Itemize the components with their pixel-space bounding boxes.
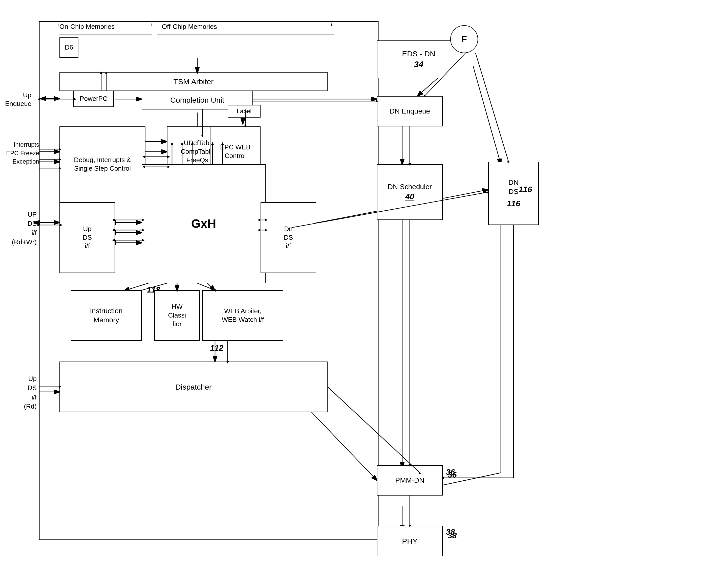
- dn-ds-label: DNDS: [509, 178, 519, 196]
- circle-f: F: [450, 25, 478, 53]
- dn-enqueue-box: DN Enqueue: [377, 96, 443, 127]
- num-36: 36: [448, 470, 457, 480]
- dn-ds-box: DNDS 116: [488, 162, 539, 225]
- dn-scheduler-label: DN Scheduler: [388, 182, 432, 191]
- instruction-memory: InstructionMemory: [71, 290, 142, 341]
- up-ds-if-left-label: UPDSi/f(Rd+Wr): [1, 210, 37, 247]
- num-116-label: 116: [507, 198, 520, 209]
- dispatcher: Dispatcher: [59, 362, 328, 412]
- num-40: 40: [405, 191, 414, 202]
- web-arbiter: WEB Arbiter,WEB Watch i/f: [202, 290, 283, 341]
- up-enqueue-label: UpEnqueue: [5, 91, 31, 108]
- gxh-box: GxH: [142, 164, 266, 283]
- num-38: 38: [448, 531, 457, 540]
- off-chip-brace: [157, 22, 334, 30]
- powerpc: PowerPC: [73, 90, 114, 107]
- dn-scheduler-box: DN Scheduler 40: [377, 164, 443, 220]
- svg-line-75: [197, 283, 215, 290]
- phy-box: PHY: [377, 526, 443, 556]
- up-ds-if-bottom-label: UpDSi/f(Rd): [1, 374, 37, 411]
- mem-D6: D6: [59, 37, 78, 58]
- tsm-arbiter: TSM Arbiter: [59, 72, 328, 91]
- interrupts-label: InterruptsEPC FreezeException: [1, 140, 39, 166]
- eds-dn-box: EDS - DN 34: [377, 40, 460, 78]
- svg-line-107: [328, 387, 420, 473]
- debug-block: Debug, Interrupts &Single Step Control: [59, 127, 146, 202]
- on-chip-brace: [58, 22, 154, 30]
- up-ds-if-box: UpDSi/f: [59, 202, 115, 273]
- diagram: On-Chip Memories Off-Chip Memories H0 H1…: [0, 0, 728, 582]
- svg-marker-57: [37, 98, 40, 100]
- svg-line-119: [475, 53, 509, 161]
- pmm-dn-box: PMM-DN: [377, 465, 443, 496]
- svg-line-41: [473, 66, 501, 164]
- pmm-dn-label: PMM-DN: [395, 476, 424, 485]
- num-34: 34: [414, 59, 423, 70]
- label-tag: Label: [228, 105, 261, 117]
- eds-dn-label: EDS - DN: [402, 49, 435, 59]
- hw-classifier: HWClassifier: [154, 290, 200, 341]
- dn-ds-if-box: DnDSi/f: [261, 202, 316, 273]
- num-112: 112: [210, 343, 223, 353]
- svg-marker-125: [486, 191, 488, 193]
